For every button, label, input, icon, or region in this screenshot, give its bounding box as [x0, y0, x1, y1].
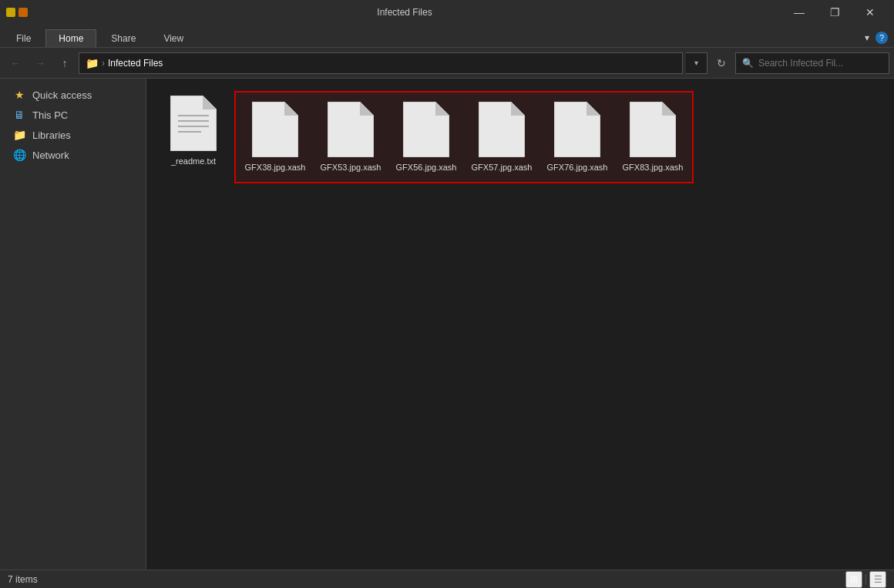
list-item[interactable]: GFX83.jpg.xash — [618, 97, 687, 177]
item-count: 7 items — [8, 574, 38, 585]
file-name-gfx57: GFX57.jpg.xash — [472, 162, 533, 173]
file-icon-txt — [170, 96, 217, 151]
folder-icon: 📁 — [86, 57, 99, 69]
search-box[interactable]: 🔍 — [735, 52, 889, 74]
file-icon-gfx57 — [479, 102, 525, 157]
breadcrumb-current: Infected Files — [108, 58, 163, 69]
forward-button[interactable]: → — [29, 52, 51, 74]
computer-icon: 🖥 — [12, 109, 26, 121]
statusbar-divider — [865, 574, 866, 585]
file-icon-gfx53 — [328, 102, 374, 157]
sidebar-item-network[interactable]: 🌐 Network — [0, 145, 146, 165]
file-name-gfx53: GFX53.jpg.xash — [321, 162, 381, 173]
file-name-readme: _readme.txt — [171, 156, 216, 166]
tab-file[interactable]: File — [3, 29, 44, 47]
file-grid: _readme.txt GFX38.jpg.xash GFX53. — [159, 91, 882, 183]
sidebar-item-quick-access[interactable]: ★ Quick access — [0, 85, 146, 105]
network-icon: 🌐 — [12, 149, 26, 161]
main-layout: ★ Quick access 🖥 This PC 📁 Libraries 🌐 N… — [0, 79, 894, 570]
star-icon: ★ — [12, 89, 26, 101]
file-icon-gfx83 — [630, 102, 676, 157]
minimize-button[interactable]: — — [781, 0, 817, 25]
list-item[interactable]: GFX53.jpg.xash — [316, 97, 385, 177]
title-bar-icons — [6, 8, 28, 17]
title-icon-orange — [18, 8, 28, 17]
address-dropdown-button[interactable]: ▾ — [686, 52, 707, 74]
list-item[interactable]: GFX56.jpg.xash — [392, 97, 461, 177]
sidebar-label-quick-access: Quick access — [32, 89, 92, 101]
view-icon-grid-button[interactable]: ⊞ — [845, 571, 862, 588]
selected-files-group: GFX38.jpg.xash GFX53.jpg.xash GFX56.jpg.… — [234, 91, 694, 183]
sidebar-item-this-pc[interactable]: 🖥 This PC — [0, 105, 146, 125]
file-icon-gfx76 — [554, 102, 600, 157]
maximize-button[interactable]: ❐ — [817, 0, 852, 25]
list-item[interactable]: GFX76.jpg.xash — [543, 97, 612, 177]
sidebar-label-libraries: Libraries — [32, 129, 71, 141]
list-item[interactable]: GFX38.jpg.xash — [240, 97, 310, 177]
sidebar-label-network: Network — [32, 150, 69, 161]
refresh-button[interactable]: ↻ — [711, 52, 732, 74]
file-name-gfx76: GFX76.jpg.xash — [547, 162, 608, 173]
status-bar: 7 items ⊞ ☰ — [0, 570, 894, 588]
tab-share[interactable]: Share — [98, 29, 149, 47]
search-input[interactable] — [758, 58, 882, 69]
title-icon-yellow — [6, 8, 15, 17]
window-controls: — ❐ ✕ — [781, 0, 888, 25]
address-bar[interactable]: 📁 › Infected Files — [79, 52, 683, 74]
help-icon: ? — [876, 32, 888, 44]
up-button[interactable]: ↑ — [54, 52, 76, 74]
title-bar: Infected Files — ❐ ✕ — [0, 0, 894, 25]
libraries-icon: 📁 — [12, 129, 26, 141]
chevron-down-icon: ▾ — [865, 32, 869, 43]
file-icon-gfx56 — [403, 102, 449, 157]
file-name-gfx38: GFX38.jpg.xash — [245, 162, 306, 173]
ribbon-expand-button[interactable]: ▾ ? — [859, 29, 894, 47]
sidebar-item-libraries[interactable]: 📁 Libraries — [0, 125, 146, 145]
close-button[interactable]: ✕ — [852, 0, 888, 25]
ribbon-tab-bar: File Home Share View ▾ ? — [0, 25, 894, 48]
tab-home[interactable]: Home — [45, 29, 96, 47]
content-area: _readme.txt GFX38.jpg.xash GFX53. — [146, 79, 894, 570]
file-icon-gfx38 — [252, 102, 298, 157]
statusbar-right: ⊞ ☰ — [845, 571, 886, 588]
list-item[interactable]: GFX57.jpg.xash — [467, 97, 536, 177]
navigation-bar: ← → ↑ 📁 › Infected Files ▾ ↻ 🔍 — [0, 48, 894, 79]
file-name-gfx83: GFX83.jpg.xash — [623, 162, 684, 173]
file-name-gfx56: GFX56.jpg.xash — [396, 162, 457, 173]
sidebar-label-this-pc: This PC — [32, 109, 68, 121]
view-icon-list-button[interactable]: ☰ — [869, 571, 886, 588]
breadcrumb-separator: › — [102, 58, 105, 69]
tab-view[interactable]: View — [150, 29, 197, 47]
back-button[interactable]: ← — [5, 52, 26, 74]
list-item[interactable]: _readme.txt — [159, 91, 228, 171]
search-icon: 🔍 — [742, 58, 754, 69]
window-title: Infected Files — [32, 7, 777, 18]
sidebar: ★ Quick access 🖥 This PC 📁 Libraries 🌐 N… — [0, 79, 146, 570]
